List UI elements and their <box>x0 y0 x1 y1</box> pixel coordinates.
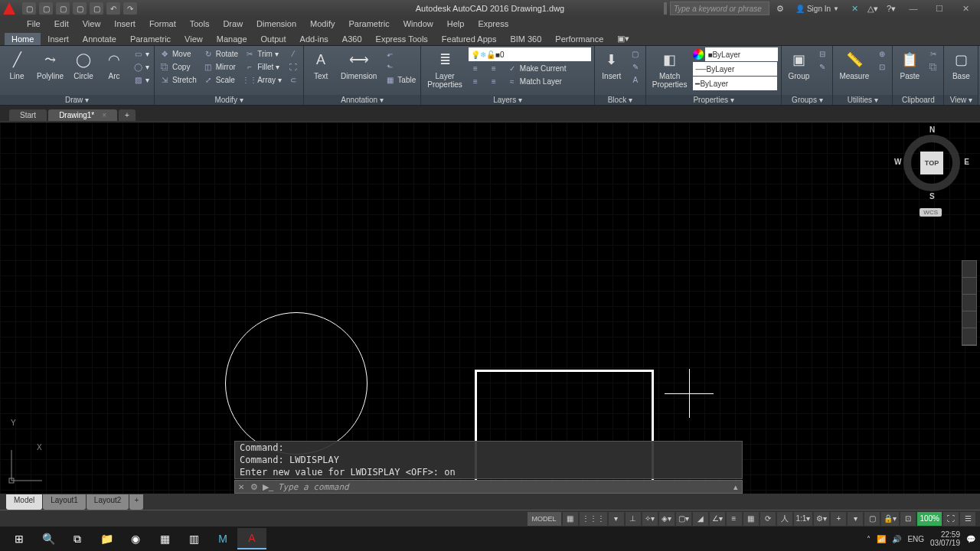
qat-open-icon[interactable]: ▢ <box>39 2 53 15</box>
rotate-button[interactable]: ↻Rotate <box>201 47 240 60</box>
polar-toggle-icon[interactable]: ✧▾ <box>642 512 658 526</box>
measure-button[interactable]: 📏Measure <box>836 47 872 82</box>
lineweight-dropdown[interactable]: ━ ByLayer <box>693 77 777 90</box>
panel-title-block[interactable]: Block ▾ <box>595 95 645 105</box>
qat-new-icon[interactable]: ▢ <box>22 2 36 15</box>
leader-icon[interactable]: ⬐ <box>383 47 417 60</box>
clean-screen-icon[interactable]: ⛶ <box>943 512 959 526</box>
insert-button[interactable]: ⬇Insert <box>598 47 626 82</box>
tab-annotate[interactable]: Annotate <box>76 33 123 45</box>
color-icon[interactable] <box>693 49 704 60</box>
base-button[interactable]: ▢Base <box>947 47 975 82</box>
util-icon2[interactable]: ⊡ <box>875 60 889 73</box>
move-button[interactable]: ✥Move <box>158 47 198 60</box>
tab-featured-apps[interactable]: Featured Apps <box>435 33 504 45</box>
app-taskbar-icon[interactable]: ▥ <box>179 528 208 549</box>
menu-draw[interactable]: Draw <box>216 17 250 31</box>
annotation-monitor-icon[interactable]: + <box>831 512 846 526</box>
menu-file[interactable]: File <box>20 17 47 31</box>
text-button[interactable]: AText <box>307 47 335 82</box>
layer-icon1[interactable]: ≡ <box>469 62 482 74</box>
tab-manage[interactable]: Manage <box>210 33 254 45</box>
autocad-taskbar-icon[interactable]: A <box>237 528 266 549</box>
circle-button[interactable]: ◯Circle <box>70 47 97 82</box>
circle-object[interactable] <box>225 312 368 455</box>
panel-title-draw[interactable]: Draw ▾ <box>0 95 154 105</box>
match-properties-button[interactable]: ◧Match Properties <box>649 47 691 90</box>
tab-addins[interactable]: Add-ins <box>293 33 335 45</box>
group-edit-icon[interactable]: ✎ <box>815 60 829 73</box>
lineweight-toggle-icon[interactable]: ≡ <box>727 512 742 526</box>
grid-toggle-icon[interactable]: ▦ <box>563 512 578 526</box>
menu-format[interactable]: Format <box>142 17 183 31</box>
ribbon-minimize-icon[interactable]: ▣▾ <box>610 32 636 45</box>
fillet-button[interactable]: ⌐Fillet▾ <box>243 60 283 73</box>
quick-props-icon[interactable]: ▢ <box>864 512 880 526</box>
system-tray[interactable]: ˄ 📶 🔊 ENG 22:5903/07/19 💬 <box>867 530 975 547</box>
modelspace-toggle[interactable]: MODEL <box>528 512 561 526</box>
match-layer-button[interactable]: ≈Match Layer <box>505 75 568 87</box>
layer-icon2[interactable]: ≡ <box>469 75 482 87</box>
erase-icon[interactable]: ∕ <box>286 47 300 60</box>
color-dropdown[interactable]: ■ ByLayer <box>705 47 778 61</box>
layer-properties-button[interactable]: ≣Layer Properties <box>424 47 466 90</box>
annotation-scale-icon[interactable]: 人 <box>777 512 792 526</box>
tab-performance[interactable]: Performance <box>548 33 610 45</box>
tray-lang-icon[interactable]: ENG <box>907 535 924 543</box>
infocenter-icon[interactable]: ⚙ <box>773 2 788 15</box>
cmd-options-icon[interactable]: ⚙ <box>247 482 261 492</box>
otrack-icon[interactable]: ∠▾ <box>710 512 725 526</box>
tray-notifications-icon[interactable]: 💬 <box>966 535 975 543</box>
nav-wheel-icon[interactable] <box>962 261 976 278</box>
ucs-icon[interactable]: YX <box>8 446 46 486</box>
tray-clock[interactable]: 22:5903/07/19 <box>930 530 960 547</box>
command-history[interactable]: Command: Command: LWDISPLAY Enter new va… <box>234 441 743 479</box>
qat-saveas-icon[interactable]: ▢ <box>73 2 87 15</box>
menu-dimension[interactable]: Dimension <box>250 17 303 31</box>
panel-title-modify[interactable]: Modify ▾ <box>155 95 303 105</box>
menu-tools[interactable]: Tools <box>183 17 217 31</box>
transparency-icon[interactable]: ▦ <box>743 512 759 526</box>
tab-model[interactable]: Model <box>6 494 42 510</box>
scale-dropdown[interactable]: 1:1▾ <box>794 512 813 526</box>
tab-drawing1[interactable]: Drawing1*× <box>48 109 117 121</box>
group-button[interactable]: ▣Group <box>785 47 812 82</box>
copy-clip-icon[interactable]: ⿻ <box>926 60 940 73</box>
minimize-button[interactable]: — <box>902 2 925 15</box>
tray-volume-icon[interactable]: 🔊 <box>892 535 901 543</box>
maximize-button[interactable]: ☐ <box>928 2 951 15</box>
add-layout-button[interactable]: + <box>129 494 143 510</box>
nav-pan-icon[interactable] <box>962 278 976 295</box>
menu-modify[interactable]: Modify <box>303 17 341 31</box>
command-input[interactable]: Type a command <box>275 482 730 492</box>
menu-edit[interactable]: Edit <box>47 17 76 31</box>
layer-dropdown[interactable]: 💡❄🔓■ 0 <box>469 47 591 61</box>
maya-taskbar-icon[interactable]: M <box>208 528 237 549</box>
qat-redo-icon[interactable]: ↷ <box>123 2 137 15</box>
tab-layout1[interactable]: Layout1 <box>43 494 86 510</box>
panel-title-clipboard[interactable]: Clipboard <box>893 95 943 105</box>
trim-button[interactable]: ✂Trim▾ <box>243 47 283 60</box>
menu-view[interactable]: View <box>76 17 108 31</box>
panel-title-groups[interactable]: Groups ▾ <box>782 95 832 105</box>
start-button[interactable]: ⊞ <box>5 528 34 549</box>
linetype-dropdown[interactable]: ── ByLayer <box>693 62 777 76</box>
qat-plot-icon[interactable]: ▢ <box>90 2 103 15</box>
tab-home[interactable]: Home <box>5 33 41 45</box>
explode-icon[interactable]: ⛶ <box>286 60 300 73</box>
panel-title-annotation[interactable]: Annotation ▾ <box>304 95 420 105</box>
arc-button[interactable]: ◠Arc <box>100 47 128 82</box>
taskview-icon[interactable]: ⧉ <box>63 528 92 549</box>
ungroup-icon[interactable]: ⊟ <box>815 47 829 60</box>
mirror-button[interactable]: ◫Mirror <box>201 60 240 73</box>
chrome-taskbar-icon[interactable]: ◉ <box>121 528 150 549</box>
tab-express-tools[interactable]: Express Tools <box>369 33 435 45</box>
infer-toggle-icon[interactable]: ▾ <box>609 512 624 526</box>
tab-bim360[interactable]: BIM 360 <box>503 33 548 45</box>
units-icon[interactable]: ▾ <box>848 512 863 526</box>
line-button[interactable]: ╱Line <box>3 47 31 82</box>
tray-network-icon[interactable]: 📶 <box>877 535 886 543</box>
a360-icon[interactable]: △▾ <box>865 2 880 15</box>
tab-a360[interactable]: A360 <box>335 33 369 45</box>
explorer-taskbar-icon[interactable]: 📁 <box>92 528 121 549</box>
